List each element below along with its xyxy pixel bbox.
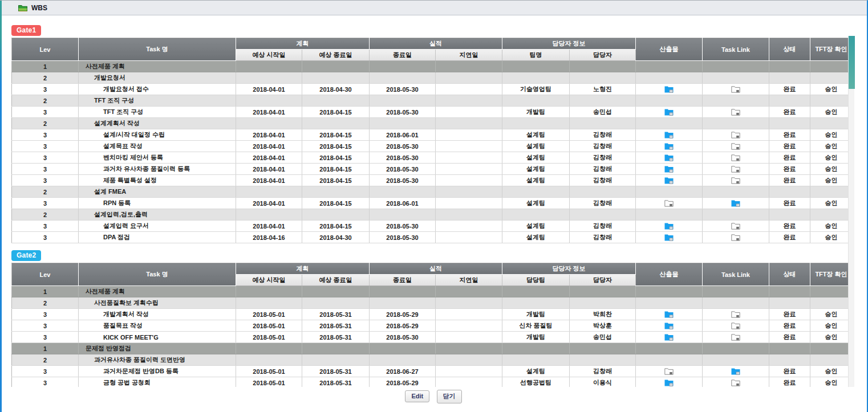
task-link-folder-gray-icon[interactable]: [731, 108, 740, 116]
deliverable-folder-blue-icon[interactable]: [664, 85, 674, 93]
task-link-folder-blue-icon[interactable]: [731, 199, 740, 207]
task-name-link[interactable]: 개발계획서 작성: [79, 309, 236, 320]
task-name-link[interactable]: 과거차문제점 반영DB 등록: [79, 366, 236, 377]
task-link-folder-gray-icon[interactable]: [731, 322, 740, 329]
tft-confirm-link[interactable]: 승인: [810, 309, 853, 320]
actual-end-cell: 2018-05-30: [370, 152, 436, 164]
task-link-cell: [703, 72, 769, 84]
status-cell: 완료: [769, 141, 810, 152]
tft-confirm-link[interactable]: 승인: [810, 175, 853, 186]
team-cell: 선행공법팀: [502, 377, 570, 387]
task-link-folder-blue-icon[interactable]: [731, 368, 740, 375]
tft-confirm-link[interactable]: 승인: [810, 232, 853, 243]
deliverable-folder-blue-icon[interactable]: [664, 177, 674, 184]
tft-confirm-link[interactable]: 승인: [810, 164, 853, 175]
deliverable-folder-blue-icon[interactable]: [664, 165, 674, 173]
task-link-cell: [703, 186, 769, 198]
delay-cell: [436, 366, 502, 377]
actual-end-cell: [370, 61, 436, 72]
lev-cell: 3: [12, 198, 79, 209]
task-name-link[interactable]: RPN 등록: [79, 198, 236, 209]
deliverable-folder-gray-icon[interactable]: [664, 199, 674, 207]
edit-button[interactable]: Edit: [405, 390, 429, 402]
deliverable-cell: [636, 332, 703, 343]
tft-confirm-link[interactable]: 승인: [810, 152, 853, 164]
col-header-plan-end: 예상 종료일: [302, 275, 370, 286]
deliverable-folder-blue-icon[interactable]: [664, 222, 674, 230]
task-name-link[interactable]: 제품 특별특성 설정: [79, 175, 236, 186]
tft-confirm-link[interactable]: 승인: [810, 221, 853, 232]
delay-cell: [436, 186, 502, 198]
task-name-link[interactable]: 금형 공법 공청회: [79, 377, 236, 387]
tft-confirm-link[interactable]: 승인: [810, 332, 853, 343]
tft-confirm-link[interactable]: 승인: [810, 198, 853, 209]
task-link-cell: [703, 286, 769, 297]
plan-start-cell: [236, 118, 302, 129]
task-name-link[interactable]: 벤치마킹 제안서 등록: [79, 152, 236, 164]
tft-confirm-link[interactable]: 승인: [810, 366, 853, 377]
tft-confirm-link[interactable]: 승인: [810, 129, 853, 141]
task-link-cell: [703, 61, 769, 72]
deliverable-folder-blue-icon[interactable]: [664, 311, 674, 318]
deliverable-folder-blue-icon[interactable]: [664, 322, 674, 329]
plan-end-cell: 2018-04-15: [302, 141, 370, 152]
scrollbar-thumb[interactable]: [849, 36, 855, 89]
plan-end-cell: 2018-04-15: [302, 175, 370, 186]
deliverable-folder-blue-icon[interactable]: [664, 154, 674, 161]
plan-end-cell: 2018-05-31: [302, 320, 370, 332]
owner-cell: 김창래: [570, 152, 636, 164]
col-header-tft-confirm: TFT장 확인: [810, 263, 853, 286]
tft-confirm-link[interactable]: 승인: [810, 320, 853, 332]
task-name-link[interactable]: 품질목표 작성: [79, 320, 236, 332]
task-link-folder-gray-icon[interactable]: [731, 131, 740, 138]
task-link-folder-gray-icon[interactable]: [731, 311, 740, 318]
task-link-folder-gray-icon[interactable]: [731, 177, 740, 184]
task-link-folder-gray-icon[interactable]: [731, 333, 740, 341]
deliverable-cell: [636, 95, 703, 107]
task-name-link[interactable]: 설계목표 작성: [79, 141, 236, 152]
task-link-cell: [703, 141, 769, 152]
task-link-cell: [703, 164, 769, 175]
task-name-link[interactable]: 설계/시작 대일정 수립: [79, 129, 236, 141]
deliverable-folder-blue-icon[interactable]: [664, 142, 674, 150]
deliverable-folder-gray-icon[interactable]: [664, 368, 674, 375]
team-cell: [502, 286, 570, 297]
plan-start-cell: [236, 354, 302, 366]
task-link-folder-gray-icon[interactable]: [731, 234, 740, 241]
task-name-link[interactable]: 설계입력 요구서: [79, 221, 236, 232]
status-cell: 완료: [769, 366, 810, 377]
actual-end-cell: [370, 118, 436, 129]
task-name-link[interactable]: 개발요청서 접수: [79, 84, 236, 95]
status-cell: 완료: [769, 129, 810, 141]
task-name: 설계입력,검토,출력: [79, 209, 236, 221]
team-cell: [502, 343, 570, 354]
task-name-link[interactable]: 과거차 유사차종 품질이력 등록: [79, 164, 236, 175]
actual-end-cell: [370, 209, 436, 221]
tft-confirm-link[interactable]: 승인: [810, 84, 853, 95]
task-link-folder-gray-icon[interactable]: [731, 165, 740, 173]
task-link-folder-gray-icon[interactable]: [731, 85, 740, 93]
tft-confirm-link[interactable]: 승인: [810, 107, 853, 118]
tft-confirm-link[interactable]: 승인: [810, 377, 853, 387]
tft-confirm-link[interactable]: 승인: [810, 141, 853, 152]
task-link-folder-gray-icon[interactable]: [731, 379, 740, 386]
deliverable-folder-blue-icon[interactable]: [664, 108, 674, 116]
task-link-folder-gray-icon[interactable]: [731, 222, 740, 230]
actual-end-cell: 2018-05-30: [370, 107, 436, 118]
deliverable-folder-blue-icon[interactable]: [664, 333, 674, 341]
deliverable-folder-blue-icon[interactable]: [664, 131, 674, 138]
status-cell: [769, 297, 810, 309]
deliverable-folder-blue-icon[interactable]: [664, 379, 674, 386]
actual-end-cell: [370, 297, 436, 309]
task-name-link[interactable]: DPA 점검: [79, 232, 236, 243]
task-link-folder-gray-icon[interactable]: [731, 154, 740, 161]
task-name-link[interactable]: TFT 조직 구성: [79, 107, 236, 118]
team-cell: [502, 118, 570, 129]
actual-end-cell: 2018-06-27: [370, 366, 436, 377]
task-name-link[interactable]: KICK OFF MEET'G: [79, 332, 236, 343]
task-link-folder-gray-icon[interactable]: [731, 142, 740, 150]
deliverable-folder-blue-icon[interactable]: [664, 234, 674, 241]
vertical-scrollbar[interactable]: [848, 36, 854, 387]
actual-end-cell: 2018-05-29: [370, 320, 436, 332]
close-button[interactable]: 닫기: [437, 390, 462, 403]
